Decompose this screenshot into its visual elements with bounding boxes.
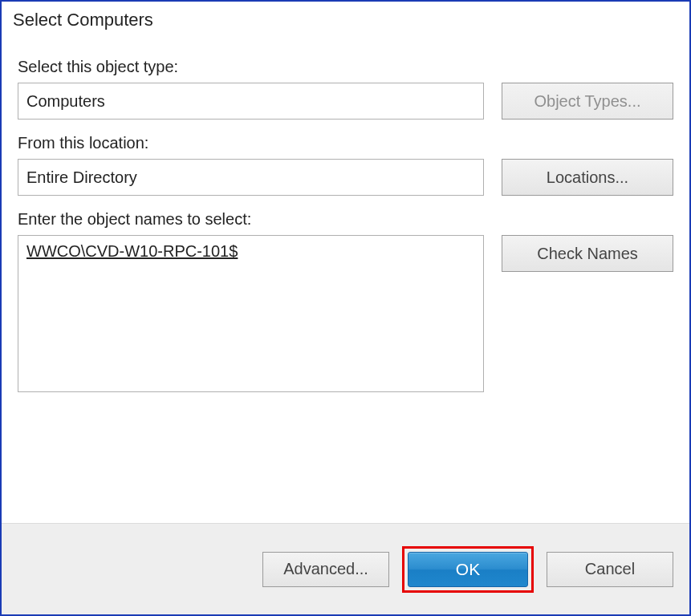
- ok-button[interactable]: OK: [408, 552, 528, 587]
- location-field: Entire Directory: [18, 159, 484, 196]
- object-type-label: Select this object type:: [18, 58, 673, 76]
- ok-button-highlight: OK: [402, 546, 534, 593]
- dialog-content: Select this object type: Computers Objec…: [2, 35, 689, 523]
- select-computers-dialog: Select Computers Select this object type…: [0, 0, 691, 616]
- object-types-button[interactable]: Object Types...: [502, 83, 673, 120]
- dialog-title: Select Computers: [2, 2, 689, 35]
- location-label: From this location:: [18, 134, 673, 152]
- resolved-object-name: WWCO\CVD-W10-RPC-101$: [26, 242, 238, 260]
- object-names-input[interactable]: WWCO\CVD-W10-RPC-101$: [18, 235, 484, 392]
- check-names-button[interactable]: Check Names: [502, 235, 673, 272]
- object-type-field: Computers: [18, 83, 484, 120]
- cancel-button[interactable]: Cancel: [547, 552, 673, 587]
- locations-button[interactable]: Locations...: [502, 159, 673, 196]
- advanced-button[interactable]: Advanced...: [262, 552, 389, 587]
- dialog-footer: Advanced... OK Cancel: [2, 523, 689, 614]
- names-label: Enter the object names to select:: [18, 210, 673, 229]
